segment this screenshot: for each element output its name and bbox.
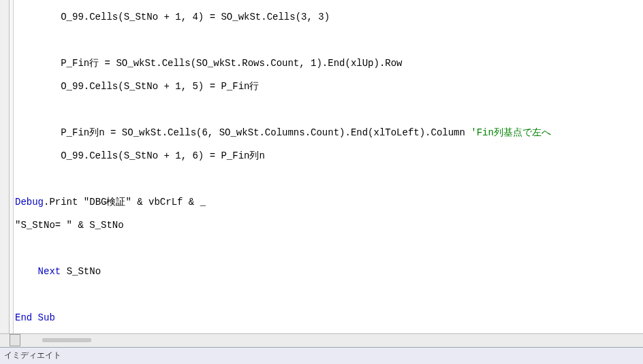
- code-line[interactable]: P_Fin行 = SO_wkSt.Cells(SO_wkSt.Rows.Coun…: [15, 57, 643, 69]
- code-line[interactable]: Debug.Print "DBG検証" & vbCrLf & _: [15, 196, 643, 208]
- code-line[interactable]: [15, 288, 643, 301]
- code-line[interactable]: End Sub: [15, 312, 643, 324]
- horizontal-scrollbar[interactable]: [42, 338, 91, 342]
- code-line[interactable]: [15, 103, 643, 116]
- immediate-window-title[interactable]: イミディエイト: [0, 347, 643, 364]
- code-line[interactable]: [15, 242, 643, 254]
- code-line[interactable]: O_99.Cells(S_StNo + 1, 5) = P_Fin行: [15, 80, 643, 93]
- view-mode-toggle[interactable]: [10, 334, 20, 346]
- code-line[interactable]: Next S_StNo: [15, 265, 643, 278]
- code-line[interactable]: [15, 34, 643, 46]
- code-text[interactable]: O_99.Cells(S_StNo + 1, 4) = SO_wkSt.Cell…: [14, 0, 643, 333]
- code-line[interactable]: "S_StNo= " & S_StNo: [15, 219, 643, 231]
- code-line[interactable]: O_99.Cells(S_StNo + 1, 4) = SO_wkSt.Cell…: [15, 11, 643, 23]
- scroll-strip: [0, 333, 643, 347]
- vba-editor-window: O_99.Cells(S_StNo + 1, 4) = SO_wkSt.Cell…: [0, 0, 643, 364]
- code-line[interactable]: [15, 173, 643, 185]
- code-line[interactable]: O_99.Cells(S_StNo + 1, 6) = P_Fin列n: [15, 150, 643, 162]
- margin-rail: [0, 0, 10, 333]
- code-pane[interactable]: O_99.Cells(S_StNo + 1, 4) = SO_wkSt.Cell…: [14, 0, 643, 333]
- code-line[interactable]: P_Fin列n = SO_wkSt.Cells(6, SO_wkSt.Colum…: [15, 127, 643, 139]
